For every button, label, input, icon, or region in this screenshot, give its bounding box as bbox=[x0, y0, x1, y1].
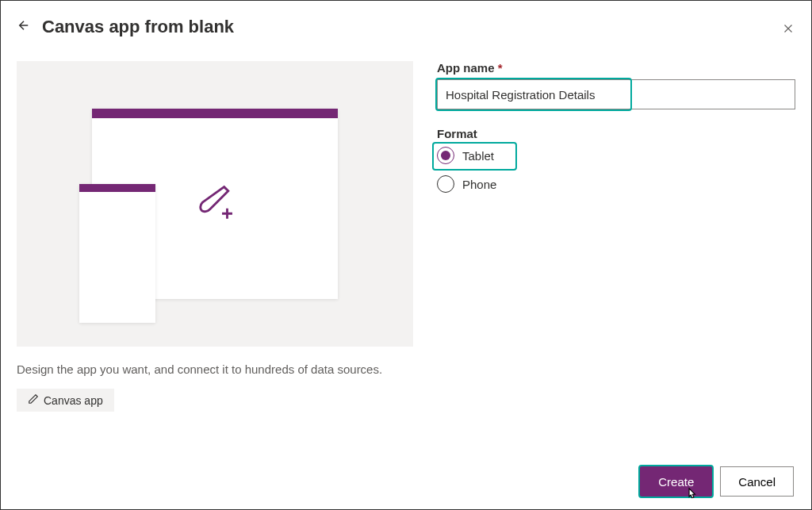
dialog-content: Design the app you want, and connect it … bbox=[1, 45, 811, 428]
radio-label-phone: Phone bbox=[462, 178, 496, 191]
back-arrow-icon[interactable] bbox=[17, 18, 31, 36]
cancel-button[interactable]: Cancel bbox=[720, 466, 794, 497]
radio-option-tablet[interactable]: Tablet bbox=[437, 147, 795, 164]
radio-label-tablet: Tablet bbox=[462, 149, 494, 163]
radio-circle-icon bbox=[437, 175, 454, 193]
pencil-icon bbox=[28, 393, 39, 407]
preview-panel: Design the app you want, and connect it … bbox=[17, 61, 413, 412]
phone-preview bbox=[79, 184, 155, 323]
format-radio-group: Tablet Phone bbox=[437, 147, 795, 193]
tablet-titlebar bbox=[92, 109, 338, 118]
radio-dot-icon bbox=[441, 151, 450, 160]
canvas-app-tag: Canvas app bbox=[17, 389, 114, 412]
preview-description: Design the app you want, and connect it … bbox=[17, 361, 413, 378]
dialog-header: Canvas app from blank bbox=[1, 1, 811, 45]
brush-plus-icon bbox=[190, 178, 239, 230]
phone-titlebar bbox=[79, 184, 155, 192]
dialog-title: Canvas app from blank bbox=[42, 17, 234, 37]
preview-illustration bbox=[17, 61, 413, 347]
tag-label: Canvas app bbox=[44, 394, 103, 407]
app-name-input[interactable] bbox=[437, 79, 795, 109]
radio-option-phone[interactable]: Phone bbox=[437, 175, 795, 193]
radio-circle-icon bbox=[437, 147, 454, 164]
app-name-wrapper bbox=[437, 79, 795, 109]
form-panel: App name * Format Tablet Phone bbox=[437, 61, 795, 412]
dialog-footer: Create Cancel bbox=[640, 466, 794, 497]
app-name-label: App name * bbox=[437, 61, 795, 75]
create-button[interactable]: Create bbox=[640, 466, 712, 497]
required-mark: * bbox=[498, 61, 503, 75]
format-label: Format bbox=[437, 127, 795, 140]
close-icon[interactable] bbox=[781, 20, 795, 40]
